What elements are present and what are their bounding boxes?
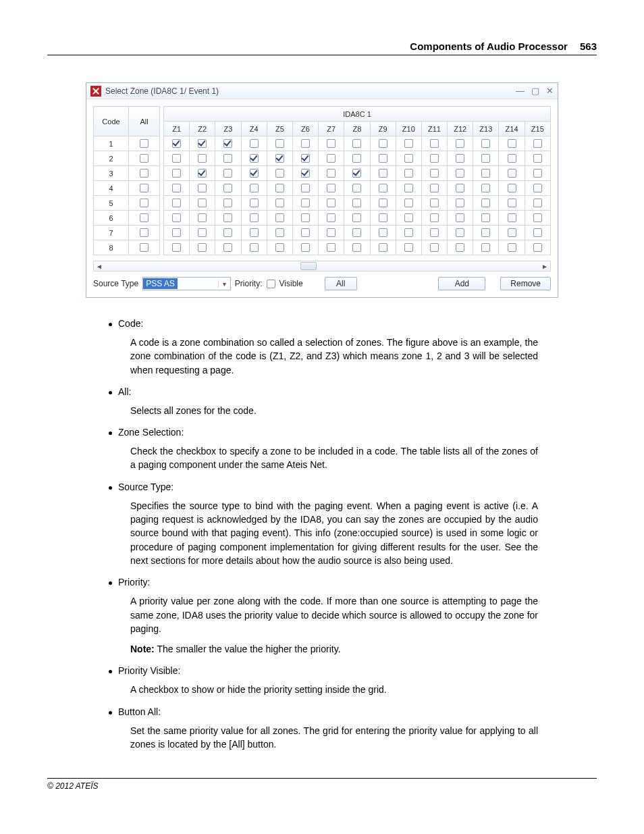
cell-zone[interactable] [190, 211, 215, 226]
cell-zone[interactable] [344, 151, 370, 166]
zone-checkbox[interactable] [404, 243, 413, 252]
zone-checkbox[interactable] [352, 184, 361, 192]
cell-zone[interactable] [421, 240, 447, 255]
cell-zone[interactable] [319, 136, 344, 151]
all-checkbox[interactable] [140, 139, 149, 148]
cell-zone[interactable] [473, 136, 499, 151]
cell-zone[interactable] [396, 181, 421, 196]
zone-checkbox[interactable] [379, 213, 387, 222]
cell-zone[interactable] [292, 226, 318, 240]
all-checkbox[interactable] [140, 169, 149, 178]
cell-zone[interactable] [319, 211, 344, 226]
cell-zone[interactable] [421, 226, 447, 240]
zone-checkbox[interactable] [508, 184, 516, 192]
cell-zone[interactable] [292, 151, 318, 166]
zone-checkbox[interactable] [404, 169, 413, 178]
zone-checkbox[interactable] [508, 243, 516, 252]
zone-checkbox[interactable] [508, 228, 516, 237]
cell-zone[interactable] [190, 151, 215, 166]
cell-zone[interactable] [241, 240, 267, 255]
zone-checkbox[interactable] [404, 199, 413, 207]
zone-checkbox[interactable] [172, 184, 181, 192]
all-checkbox[interactable] [140, 184, 149, 192]
add-button[interactable]: Add [438, 277, 485, 290]
zone-checkbox[interactable] [533, 139, 542, 148]
cell-zone[interactable] [292, 166, 318, 181]
cell-all[interactable] [129, 181, 160, 196]
cell-zone[interactable] [396, 226, 421, 240]
zone-checkbox[interactable] [223, 228, 232, 237]
zone-checkbox[interactable] [533, 184, 542, 192]
cell-zone[interactable] [448, 166, 473, 181]
zone-checkbox[interactable] [404, 228, 413, 237]
zone-checkbox[interactable] [327, 199, 336, 207]
cell-zone[interactable] [448, 211, 473, 226]
cell-zone[interactable] [164, 240, 190, 255]
zone-checkbox[interactable] [250, 243, 259, 252]
zone-checkbox[interactable] [481, 139, 490, 148]
zone-checkbox[interactable] [172, 169, 181, 178]
cell-zone[interactable] [525, 151, 550, 166]
zone-checkbox[interactable] [172, 199, 181, 207]
cell-all[interactable] [129, 136, 160, 151]
zone-checkbox[interactable] [533, 199, 542, 207]
zone-checkbox[interactable] [456, 154, 464, 163]
zone-checkbox[interactable] [275, 243, 284, 252]
cell-zone[interactable] [499, 240, 525, 255]
cell-zone[interactable] [525, 136, 550, 151]
cell-zone[interactable] [292, 136, 318, 151]
cell-zone[interactable] [344, 211, 370, 226]
zone-checkbox[interactable] [275, 199, 284, 207]
cell-zone[interactable] [396, 240, 421, 255]
cell-zone[interactable] [396, 211, 421, 226]
zone-checkbox[interactable] [456, 169, 464, 178]
zone-checkbox[interactable] [481, 213, 490, 222]
cell-zone[interactable] [241, 181, 267, 196]
priority-visible-checkbox[interactable] [267, 280, 275, 288]
zone-checkbox[interactable] [430, 139, 439, 148]
cell-zone[interactable] [499, 181, 525, 196]
zone-checkbox[interactable] [301, 228, 310, 237]
cell-zone[interactable] [215, 166, 241, 181]
cell-zone[interactable] [241, 151, 267, 166]
cell-zone[interactable] [164, 181, 190, 196]
zone-checkbox[interactable] [533, 213, 542, 222]
zone-checkbox[interactable] [352, 213, 361, 222]
cell-zone[interactable] [215, 240, 241, 255]
cell-zone[interactable] [241, 166, 267, 181]
cell-zone[interactable] [292, 211, 318, 226]
zone-checkbox[interactable] [223, 139, 232, 148]
zone-checkbox[interactable] [327, 243, 336, 252]
cell-zone[interactable] [319, 226, 344, 240]
zone-checkbox[interactable] [456, 199, 464, 207]
window-maximize-icon[interactable]: ▢ [531, 86, 539, 96]
cell-zone[interactable] [499, 166, 525, 181]
zone-checkbox[interactable] [379, 184, 387, 192]
cell-zone[interactable] [190, 136, 215, 151]
cell-zone[interactable] [164, 166, 190, 181]
zone-checkbox[interactable] [533, 228, 542, 237]
zone-checkbox[interactable] [508, 154, 516, 163]
cell-zone[interactable] [370, 196, 396, 211]
zone-checkbox[interactable] [250, 154, 259, 163]
zone-checkbox[interactable] [327, 184, 336, 192]
zone-checkbox[interactable] [430, 243, 439, 252]
cell-zone[interactable] [241, 136, 267, 151]
zone-checkbox[interactable] [275, 213, 284, 222]
cell-zone[interactable] [241, 211, 267, 226]
zone-checkbox[interactable] [508, 213, 516, 222]
all-checkbox[interactable] [140, 228, 149, 237]
cell-zone[interactable] [370, 226, 396, 240]
cell-zone[interactable] [525, 166, 550, 181]
cell-zone[interactable] [190, 181, 215, 196]
cell-all[interactable] [129, 196, 160, 211]
cell-zone[interactable] [525, 226, 550, 240]
cell-zone[interactable] [292, 181, 318, 196]
zone-checkbox[interactable] [172, 213, 181, 222]
all-checkbox[interactable] [140, 243, 149, 252]
dropdown-arrow-icon[interactable]: ▾ [218, 280, 230, 288]
cell-zone[interactable] [319, 166, 344, 181]
zone-checkbox[interactable] [481, 169, 490, 178]
scroll-thumb[interactable] [300, 262, 317, 270]
zone-checkbox[interactable] [223, 213, 232, 222]
